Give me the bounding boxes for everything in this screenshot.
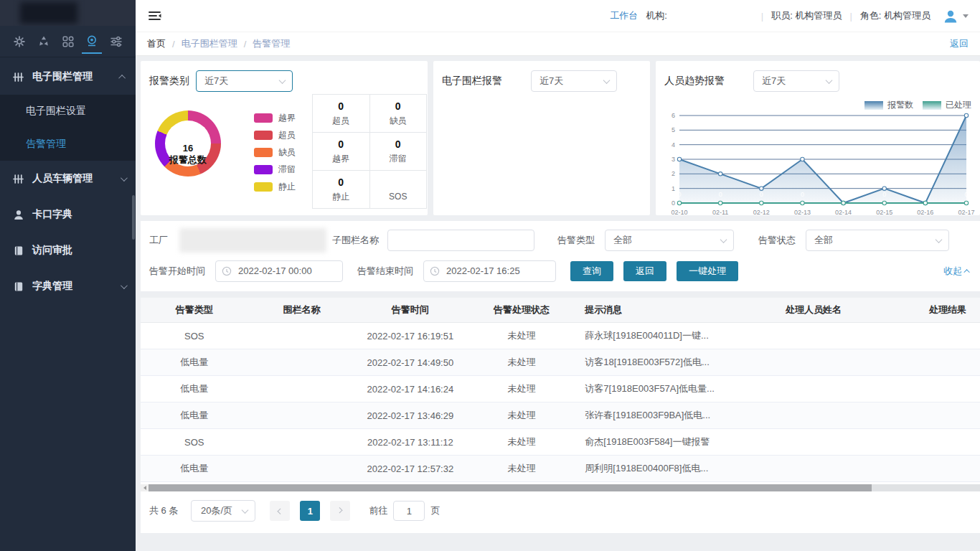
prev-page-button[interactable] xyxy=(270,501,290,521)
svg-text:3: 3 xyxy=(672,156,675,163)
table-cell: 未处理 xyxy=(465,402,578,429)
org-label: 机构: xyxy=(646,9,667,22)
legend-item: 静止 xyxy=(254,181,296,193)
svg-text:4: 4 xyxy=(672,141,675,149)
range-select[interactable]: 近7天 xyxy=(753,70,839,92)
sidebar-item-label: 字典管理 xyxy=(32,280,121,293)
person-icon xyxy=(13,209,24,221)
range-select[interactable]: 近7天 xyxy=(531,70,617,92)
donut-legend: 越界超员缺员滞留静止 xyxy=(254,112,296,198)
factory-field-redacted[interactable] xyxy=(179,228,326,253)
svg-text:02-11: 02-11 xyxy=(712,209,728,216)
search-button[interactable]: 查询 xyxy=(570,261,613,281)
chevron-down-icon xyxy=(121,282,128,289)
table-row[interactable]: 低电量2022-02-17 14:49:50未处理访客18[1918E003F5… xyxy=(141,349,980,376)
person-trend-card: 人员趋势报警 近7天 报警数已处理 01234560000000002-1002… xyxy=(656,61,980,215)
sidebar-item-3[interactable]: 访问审批 xyxy=(0,232,136,268)
stat-label: 越界 xyxy=(332,153,349,165)
book-icon xyxy=(13,245,24,257)
table-row[interactable]: SOS2022-02-17 16:19:51未处理薛永球[1918E004011… xyxy=(141,323,980,349)
staff-label: 职员: 机构管理员 xyxy=(771,9,842,22)
legend-swatch xyxy=(923,101,941,110)
table-cell: 2022-02-17 13:46:29 xyxy=(355,402,465,429)
breadcrumb-item[interactable]: 电子围栏管理 xyxy=(182,37,237,50)
table-row[interactable]: 低电量2022-02-17 12:57:32未处理周利明[1918E00400F… xyxy=(141,456,980,482)
sidebar-submenu: 电子围栏设置告警管理 xyxy=(0,95,136,161)
breadcrumb: 首页/电子围栏管理/告警管理 xyxy=(147,37,290,50)
stat-cell: 0静止 xyxy=(313,171,369,208)
stat-value: 0 xyxy=(338,138,344,149)
table-cell xyxy=(881,323,980,349)
table-cell: 薛永球[1918E004011D]一键... xyxy=(578,323,746,349)
table-cell xyxy=(248,323,356,349)
alarm-type-select[interactable]: 全部 xyxy=(605,230,734,251)
alarm-table: 告警类型围栏名称告警时间告警处理状态提示消息处理人员姓名处理结果处理时间 SOS… xyxy=(141,297,980,482)
sidebar-subitem[interactable]: 告警管理 xyxy=(0,128,136,161)
monitor-icon[interactable] xyxy=(82,29,102,54)
svg-text:0: 0 xyxy=(842,191,845,198)
svg-text:0: 0 xyxy=(801,191,804,198)
table-cell: 2022-02-17 13:11:12 xyxy=(355,429,465,456)
alarm-category-card: 报警类别 近7天 16 报警总数 越界超员缺员滞留静止 0超 xyxy=(141,61,428,215)
one-key-handle-button[interactable]: 一键处理 xyxy=(677,261,738,281)
svg-text:02-16: 02-16 xyxy=(917,209,933,216)
svg-text:6: 6 xyxy=(672,112,675,119)
column-header: 围栏名称 xyxy=(248,298,356,323)
current-page-button[interactable]: 1 xyxy=(300,501,320,521)
user-menu[interactable] xyxy=(943,9,969,24)
workbench-link[interactable]: 工作台 xyxy=(610,9,638,22)
table-cell: 2022-02-17 14:16:24 xyxy=(355,376,465,402)
collapse-menu-icon[interactable] xyxy=(147,9,162,23)
sidebar-item-0[interactable]: 电子围栏管理 xyxy=(0,59,136,95)
cluster-icon[interactable] xyxy=(34,29,54,54)
sidebar-subitem[interactable]: 电子围栏设置 xyxy=(0,95,136,128)
scroll-left-arrow[interactable] xyxy=(141,484,149,491)
breadcrumb-item[interactable]: 告警管理 xyxy=(253,37,290,50)
end-time-input[interactable] xyxy=(423,260,556,282)
table-header-row: 告警类型围栏名称告警时间告警处理状态提示消息处理人员姓名处理结果处理时间 xyxy=(141,298,980,323)
breadcrumb-separator: / xyxy=(172,39,175,50)
app-window: 电子围栏管理电子围栏设置告警管理人员车辆管理卡口字典访问审批字典管理 工作台 机… xyxy=(0,0,980,551)
scrollbar-thumb[interactable] xyxy=(149,484,872,491)
gear-icon[interactable] xyxy=(9,29,29,54)
goto-page-input[interactable] xyxy=(393,501,425,521)
table-cell xyxy=(747,376,881,402)
table-cell: 访客18[1918E003F572]低电... xyxy=(578,349,746,376)
stat-value: 0 xyxy=(395,100,401,111)
next-page-button[interactable] xyxy=(330,501,350,521)
svg-text:1: 1 xyxy=(672,185,675,192)
sidebar-item-1[interactable]: 人员车辆管理 xyxy=(0,161,136,197)
range-select[interactable]: 近7天 xyxy=(196,70,293,92)
alarm-status-label: 告警状态 xyxy=(758,234,796,247)
svg-text:02-12: 02-12 xyxy=(753,209,770,216)
table-cell xyxy=(747,429,881,456)
collapse-filters-link[interactable]: 收起 xyxy=(943,265,970,278)
page-size-select[interactable]: 20条/页 xyxy=(191,500,255,522)
horizontal-scrollbar[interactable] xyxy=(141,484,980,491)
sidebar-item-label: 人员车辆管理 xyxy=(32,172,121,185)
scrollbar-track[interactable] xyxy=(149,484,980,491)
grid-icon[interactable] xyxy=(58,29,78,54)
subfence-input[interactable] xyxy=(387,230,534,251)
table-cell xyxy=(747,456,881,482)
table-row[interactable]: 低电量2022-02-17 14:16:24未处理访客7[1918E003F57… xyxy=(141,376,980,402)
table-row[interactable]: 低电量2022-02-17 13:46:29未处理张许春[1918E003F9B… xyxy=(141,402,980,429)
sidebar-scrollbar[interactable] xyxy=(132,195,135,240)
sidebar: 电子围栏管理电子围栏设置告警管理人员车辆管理卡口字典访问审批字典管理 xyxy=(0,0,136,551)
table-row[interactable]: SOS2022-02-17 13:11:12未处理俞杰[1918E003F584… xyxy=(141,429,980,456)
legend-item: 缺员 xyxy=(254,146,296,159)
chevron-right-icon xyxy=(337,507,343,513)
sliders-icon[interactable] xyxy=(106,29,126,54)
back-link[interactable]: 返回 xyxy=(950,37,969,50)
sidebar-item-2[interactable]: 卡口字典 xyxy=(0,197,136,232)
start-time-label: 告警开始时间 xyxy=(149,265,205,278)
start-time-input[interactable] xyxy=(215,260,343,282)
table-cell: 低电量 xyxy=(141,376,248,402)
table-cell: 访客7[1918E003F57A]低电量... xyxy=(578,376,746,402)
alarm-status-select[interactable]: 全部 xyxy=(806,230,949,251)
table-cell xyxy=(248,349,356,376)
stat-label: 缺员 xyxy=(390,115,407,127)
svg-text:02-10: 02-10 xyxy=(671,209,687,216)
sidebar-item-4[interactable]: 字典管理 xyxy=(0,268,136,304)
return-button[interactable]: 返回 xyxy=(623,261,666,281)
